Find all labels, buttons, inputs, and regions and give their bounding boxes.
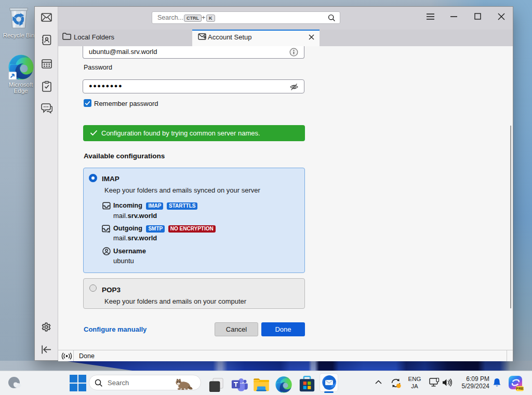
svg-text:PRE: PRE	[516, 387, 524, 390]
